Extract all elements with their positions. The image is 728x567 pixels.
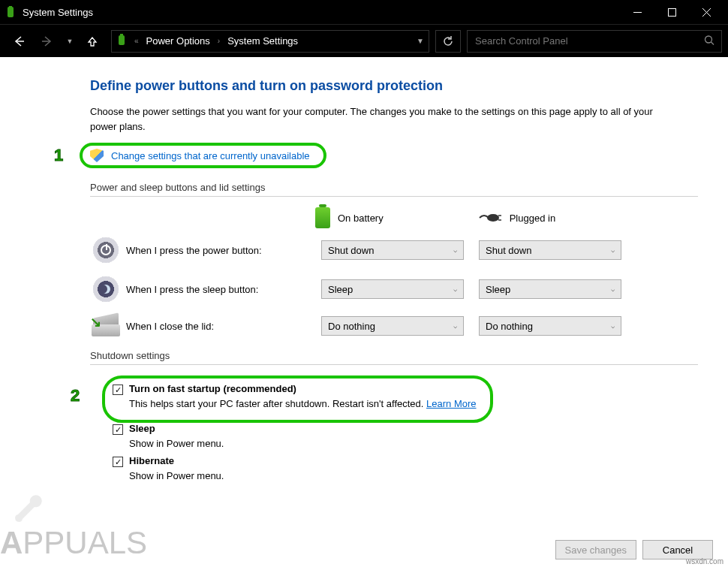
- hibernate-checkbox[interactable]: ✓: [113, 457, 123, 467]
- group-divider-1: [90, 196, 698, 197]
- watermark-a: A: [0, 525, 23, 560]
- power-battery-value: Shut down: [328, 245, 374, 256]
- svg-rect-2: [633, 12, 642, 13]
- annotation-number-2: 2: [71, 386, 80, 406]
- minimize-button[interactable]: [620, 0, 654, 24]
- page-heading: Define power buttons and turn on passwor…: [90, 78, 698, 94]
- svg-rect-0: [8, 7, 14, 17]
- power-battery-dropdown[interactable]: Shut down⌵: [321, 240, 464, 260]
- sleep-plugged-dropdown[interactable]: Sleep⌵: [479, 279, 621, 299]
- fast-startup-desc-text: This helps start your PC faster after sh…: [129, 398, 426, 409]
- sleep-button-icon: [90, 276, 122, 302]
- shutdown-group: Shutdown settings 2 ✓ Turn on fast start…: [90, 350, 698, 481]
- hibernate-checkbox-label: Hibernate: [129, 455, 174, 466]
- chevron-down-icon: ⌵: [611, 246, 615, 254]
- power-button-row: When I press the power button: Shut down…: [90, 237, 698, 263]
- learn-more-link[interactable]: Learn More: [426, 398, 476, 409]
- group-shutdown-label: Shutdown settings: [90, 350, 698, 361]
- breadcrumb-system-settings[interactable]: System Settings: [227, 35, 298, 47]
- refresh-button[interactable]: [435, 30, 461, 53]
- annotation-ring-1: Change settings that are currently unava…: [80, 143, 326, 168]
- titlebar: System Settings: [0, 0, 728, 24]
- on-battery-label: On battery: [338, 213, 384, 224]
- fast-startup-row: ✓ Turn on fast startup (recommended): [113, 383, 477, 395]
- up-button[interactable]: [80, 30, 105, 53]
- annotation-number-1: 1: [54, 146, 63, 165]
- sleep-checkbox[interactable]: ✓: [113, 424, 123, 435]
- close-button[interactable]: [689, 0, 723, 24]
- annotation-ring-2: ✓ Turn on fast startup (recommended) Thi…: [102, 375, 493, 423]
- change-settings-link[interactable]: Change settings that are currently unava…: [111, 150, 310, 161]
- forward-button[interactable]: [35, 30, 60, 53]
- lid-plugged-dropdown[interactable]: Do nothing⌵: [479, 316, 621, 336]
- svg-rect-8: [119, 35, 125, 45]
- sleep-checkbox-label: Sleep: [129, 423, 155, 434]
- group-divider-2: [90, 364, 698, 365]
- chevron-down-icon: ⌵: [453, 322, 457, 330]
- sleep-checkbox-group: ✓ Sleep Show in Power menu. ✓ Hibernate …: [113, 423, 698, 481]
- power-button-label: When I press the power button:: [126, 245, 321, 256]
- content-area: Define power buttons and turn on passwor…: [0, 57, 728, 567]
- chevron-down-icon: ⌵: [453, 285, 457, 293]
- sleep-battery-value: Sleep: [328, 284, 353, 295]
- attribution-text: wsxdn.com: [686, 557, 723, 565]
- chevron-down-icon: ⌵: [611, 285, 615, 293]
- svg-rect-9: [120, 34, 123, 35]
- group-buttons-label: Power and sleep buttons and lid settings: [90, 182, 698, 193]
- lid-row: ↘ When I close the lid: Do nothing⌵ Do n…: [90, 315, 698, 336]
- column-headers: On battery Plugged in: [315, 207, 698, 228]
- annotation-1: 1 Change settings that are currently una…: [80, 143, 326, 168]
- plugged-in-header: Plugged in: [478, 212, 555, 224]
- fast-startup-checkbox[interactable]: ✓: [113, 385, 123, 395]
- sleep-button-label: When I press the sleep button:: [126, 284, 321, 295]
- battery-address-icon: [116, 33, 127, 50]
- page-description: Choose the power settings that you want …: [90, 104, 660, 134]
- address-bar[interactable]: « Power Options › System Settings ▼: [111, 30, 429, 53]
- svg-rect-1: [9, 6, 12, 8]
- chevron-icon: «: [134, 37, 139, 45]
- chevron-down-icon: ⌵: [611, 322, 615, 330]
- window-root: System Settings ▼ « Power Options › Syst…: [0, 0, 728, 567]
- search-icon: [704, 35, 714, 47]
- app-icon: [5, 6, 17, 18]
- sleep-button-row: When I press the sleep button: Sleep⌵ Sl…: [90, 276, 698, 302]
- power-plugged-value: Shut down: [486, 245, 531, 256]
- shield-icon: [90, 149, 104, 162]
- sleep-plugged-value: Sleep: [486, 284, 510, 295]
- address-expand-icon[interactable]: ▼: [417, 37, 424, 45]
- battery-icon: [315, 207, 330, 228]
- recent-dropdown[interactable]: ▼: [63, 30, 77, 53]
- lid-icon: ↘: [90, 315, 122, 336]
- svg-rect-3: [668, 8, 675, 16]
- watermark-rest: PPUALS: [23, 525, 147, 560]
- plugged-in-label: Plugged in: [510, 213, 555, 224]
- sleep-battery-dropdown[interactable]: Sleep⌵: [321, 279, 464, 299]
- power-button-icon: [90, 237, 122, 263]
- lid-battery-dropdown[interactable]: Do nothing⌵: [321, 316, 464, 336]
- lid-battery-value: Do nothing: [328, 321, 375, 332]
- search-wrap: [464, 30, 722, 53]
- lid-label: When I close the lid:: [126, 321, 321, 332]
- svg-line-11: [711, 42, 714, 45]
- back-button[interactable]: [6, 30, 32, 53]
- on-battery-header: On battery: [315, 207, 384, 228]
- plug-icon: [478, 212, 502, 224]
- watermark-wrench-icon: [11, 492, 45, 526]
- maximize-button[interactable]: [654, 0, 689, 24]
- navbar: ▼ « Power Options › System Settings ▼: [0, 24, 728, 57]
- save-changes-button[interactable]: Save changes: [555, 540, 636, 559]
- breadcrumb-power-options[interactable]: Power Options: [146, 35, 210, 47]
- lid-plugged-value: Do nothing: [486, 321, 533, 332]
- svg-point-10: [705, 36, 712, 43]
- power-plugged-dropdown[interactable]: Shut down⌵: [479, 240, 621, 260]
- hibernate-checkbox-desc: Show in Power menu.: [129, 470, 698, 481]
- fast-startup-label: Turn on fast startup (recommended): [129, 383, 296, 394]
- annotation-2: 2 ✓ Turn on fast startup (recommended) T…: [102, 375, 698, 423]
- sleep-checkbox-desc: Show in Power menu.: [129, 438, 698, 449]
- watermark-text: APPUALS: [0, 525, 147, 561]
- fast-startup-desc: This helps start your PC faster after sh…: [129, 398, 477, 409]
- svg-point-12: [487, 214, 499, 222]
- search-input[interactable]: [467, 30, 722, 53]
- chevron-right-icon: ›: [218, 37, 220, 45]
- chevron-down-icon: ⌵: [453, 246, 457, 254]
